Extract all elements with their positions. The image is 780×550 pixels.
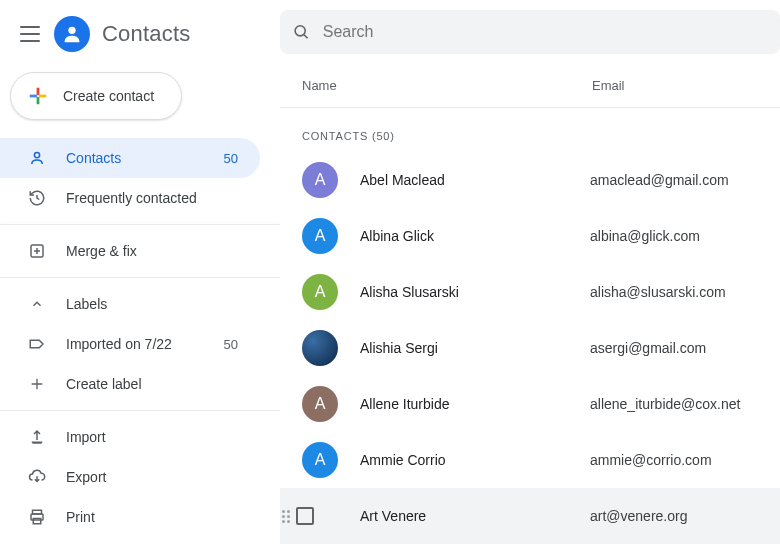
nav-item-frequent[interactable]: Frequently contacted: [0, 178, 260, 218]
svg-rect-4: [39, 95, 46, 98]
contact-row[interactable]: AAllene Iturbideallene_iturbide@cox.net: [280, 376, 780, 432]
nav-item-label: Contacts: [66, 150, 224, 166]
person-icon: [61, 23, 83, 45]
nav-item-label: Create label: [66, 376, 238, 392]
contact-email: asergi@gmail.com: [590, 340, 706, 356]
cloud-download-icon: [26, 468, 48, 486]
contact-name: Ammie Corrio: [360, 452, 590, 468]
contact-row[interactable]: AAlbina Glickalbina@glick.com: [280, 208, 780, 264]
contact-email: alisha@slusarski.com: [590, 284, 726, 300]
person-outline-icon: [26, 149, 48, 167]
contact-name: Alisha Slusarski: [360, 284, 590, 300]
avatar: A: [302, 162, 338, 198]
history-icon: [26, 189, 48, 207]
contact-row[interactable]: Art Venereart@venere.org: [280, 488, 780, 544]
contact-name: Abel Maclead: [360, 172, 590, 188]
contact-list: AAbel Macleadamaclead@gmail.comAAlbina G…: [280, 152, 780, 544]
nav-labels-header[interactable]: Labels: [0, 284, 260, 324]
avatar: A: [302, 218, 338, 254]
nav-item-label: Export: [66, 469, 238, 485]
avatar-initial: A: [315, 227, 326, 245]
nav-item-import[interactable]: Import: [0, 417, 260, 457]
svg-point-5: [34, 152, 39, 157]
nav-item-merge[interactable]: Merge & fix: [0, 231, 260, 271]
nav-labels-header-label: Labels: [66, 296, 238, 312]
app-title: Contacts: [102, 21, 190, 47]
contact-name: Art Venere: [360, 508, 590, 524]
print-icon: [26, 508, 48, 526]
nav-item-label: Print: [66, 509, 238, 525]
nav-item-label: Frequently contacted: [66, 190, 238, 206]
column-header-name: Name: [302, 78, 592, 93]
contact-name: Allene Iturbide: [360, 396, 590, 412]
plus-multicolor-icon: [27, 85, 49, 107]
nav-item-contacts[interactable]: Contacts 50: [0, 138, 260, 178]
row-handle[interactable]: [282, 507, 314, 525]
nav-label-imported[interactable]: Imported on 7/22 50: [0, 324, 260, 364]
avatar-initial: A: [315, 283, 326, 301]
contact-name: Albina Glick: [360, 228, 590, 244]
search-bar[interactable]: [280, 10, 780, 54]
upload-icon: [26, 428, 48, 446]
contact-row[interactable]: AAbel Macleadamaclead@gmail.com: [280, 152, 780, 208]
merge-icon: [26, 242, 48, 260]
search-input[interactable]: [323, 23, 768, 41]
row-checkbox[interactable]: [296, 507, 314, 525]
avatar-initial: A: [315, 451, 326, 469]
contact-email: amaclead@gmail.com: [590, 172, 729, 188]
column-header-email: Email: [592, 78, 780, 93]
table-header: Name Email: [280, 64, 780, 108]
svg-rect-3: [30, 95, 37, 98]
svg-rect-7: [32, 442, 43, 444]
avatar: A: [302, 274, 338, 310]
avatar: A: [302, 442, 338, 478]
label-icon: [26, 335, 48, 353]
nav-create-label[interactable]: Create label: [0, 364, 260, 404]
chevron-up-icon: [26, 297, 48, 311]
avatar-initial: A: [315, 395, 326, 413]
contact-row[interactable]: AAmmie Corrioammie@corrio.com: [280, 432, 780, 488]
contact-email: albina@glick.com: [590, 228, 700, 244]
create-contact-button[interactable]: Create contact: [10, 72, 182, 120]
nav-item-label: Merge & fix: [66, 243, 238, 259]
contacts-group-header: CONTACTS (50): [280, 108, 780, 152]
contact-email: art@venere.org: [590, 508, 687, 524]
main-menu-button[interactable]: [18, 22, 42, 46]
nav-item-label: Imported on 7/22: [66, 336, 224, 352]
create-contact-label: Create contact: [63, 88, 154, 104]
svg-point-0: [68, 27, 75, 34]
avatar: [302, 330, 338, 366]
nav-item-count: 50: [224, 151, 238, 166]
contact-row[interactable]: AAlisha Slusarskialisha@slusarski.com: [280, 264, 780, 320]
avatar: A: [302, 386, 338, 422]
nav-item-export[interactable]: Export: [0, 457, 260, 497]
contact-name: Alishia Sergi: [360, 340, 590, 356]
search-icon: [292, 22, 311, 42]
nav-item-label: Import: [66, 429, 238, 445]
svg-rect-1: [37, 88, 40, 95]
contact-email: ammie@corrio.com: [590, 452, 712, 468]
app-logo: [54, 16, 90, 52]
svg-rect-2: [37, 97, 40, 104]
plus-icon: [26, 376, 48, 392]
contact-row[interactable]: Alishia Sergiasergi@gmail.com: [280, 320, 780, 376]
nav-item-print[interactable]: Print: [0, 497, 260, 537]
nav-item-count: 50: [224, 337, 238, 352]
svg-point-11: [295, 26, 305, 36]
avatar-initial: A: [315, 171, 326, 189]
nav-primary: Contacts 50 Frequently contacted: [0, 138, 280, 218]
contact-email: allene_iturbide@cox.net: [590, 396, 740, 412]
drag-handle-icon: [282, 510, 290, 523]
